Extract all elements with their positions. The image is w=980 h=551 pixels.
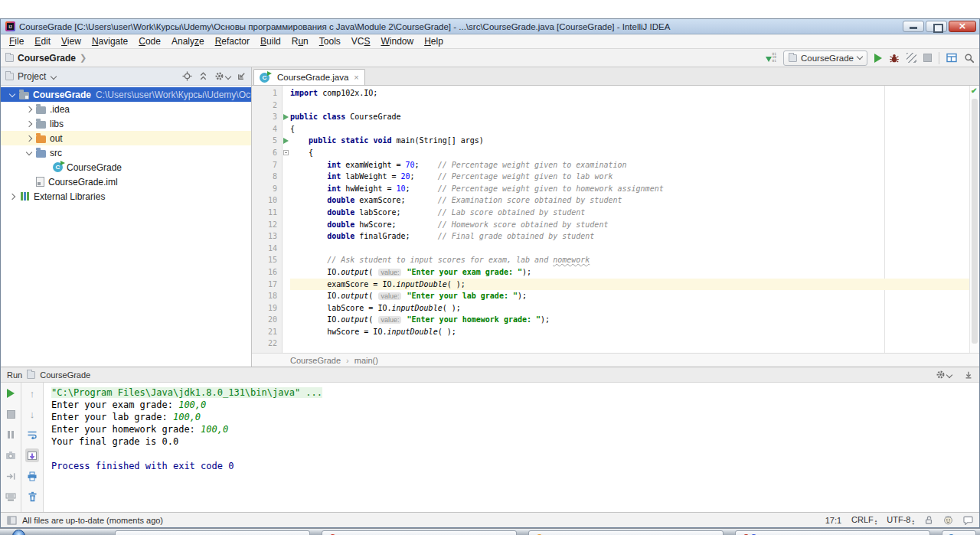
camera-icon[interactable] [4, 448, 18, 462]
project-structure-button[interactable] [946, 53, 957, 63]
tree-item-src[interactable]: src [1, 145, 251, 160]
code-text[interactable] [290, 243, 969, 255]
rerun-icon[interactable] [4, 386, 18, 400]
tree-item-coursegrade[interactable]: CCourseGrade [1, 160, 251, 174]
event-bubble-icon[interactable] [963, 516, 973, 525]
clear-console-icon[interactable] [25, 490, 39, 504]
code-text[interactable]: int labWeight = 20; // Percentage weight… [290, 171, 969, 183]
scrollbar-thumb[interactable] [972, 99, 978, 344]
code-text[interactable]: import comp102x.IO; [290, 87, 969, 99]
menu-analyze[interactable]: Analyze [166, 35, 210, 47]
hector-face-icon[interactable] [943, 515, 953, 525]
code-text[interactable]: double finalGrade; // Final grade obtain… [290, 230, 969, 243]
soft-wrap-icon[interactable] [25, 428, 39, 442]
up-arrow-icon[interactable]: ↑ [25, 386, 39, 400]
code-text[interactable] [290, 337, 969, 350]
code-text[interactable]: IO.output( value: "Enter your homework g… [290, 314, 969, 326]
taskbar-button[interactable] [115, 530, 310, 535]
code-text[interactable]: // Ask student to input scores for exam,… [290, 254, 969, 266]
maximize-button[interactable] [926, 21, 947, 32]
tree-item-coursegrade[interactable]: CourseGradeC:\Users\user\Work\Курсы\Udem… [1, 87, 251, 102]
code-text[interactable]: int hwWeight = 10; // Percentage weight … [290, 183, 969, 195]
stop-icon[interactable] [4, 407, 18, 421]
start-orb-icon[interactable] [12, 530, 25, 535]
locate-icon[interactable] [182, 71, 192, 81]
toolwindow-toggle-icon[interactable] [7, 516, 17, 525]
expander-closed-icon[interactable] [24, 119, 34, 129]
tree-item--idea[interactable]: .idea [1, 102, 251, 116]
minimize-button[interactable] [903, 21, 924, 32]
code-text[interactable]: hwScore = IO.inputDouble( ); [290, 326, 969, 338]
breadcrumb-method[interactable]: main() [354, 356, 378, 365]
expander-closed-icon[interactable] [24, 104, 34, 115]
code-text[interactable]: double hwScore; // Homework score obtain… [290, 219, 969, 231]
line-separator-select[interactable]: CRLF▴▾ [851, 515, 877, 525]
code-text[interactable]: public class CourseGrade [290, 111, 969, 123]
run-gutter-icon[interactable] [283, 114, 289, 120]
code-editor[interactable]: 1import comp102x.IO;23public class Cours… [252, 86, 979, 353]
navbar-breadcrumb[interactable]: CourseGrade [18, 53, 76, 64]
run-gear-icon[interactable] [936, 370, 952, 380]
collapse-all-icon[interactable] [198, 71, 208, 81]
code-text[interactable]: public static void main(String[] args) [290, 135, 969, 147]
taskbar-button[interactable] [322, 530, 517, 535]
run-tab-label[interactable]: CourseGrade [40, 370, 90, 380]
tree-item-coursegrade-iml[interactable]: CourseGrade.iml [1, 174, 251, 189]
menu-build[interactable]: Build [255, 35, 286, 47]
menu-vcs[interactable]: VCS [346, 35, 376, 47]
menu-navigate[interactable]: Navigate [87, 35, 133, 47]
down-arrow-icon[interactable]: ↓ [25, 407, 39, 421]
expander-open-icon[interactable] [24, 148, 34, 158]
breadcrumb-class[interactable]: CourseGrade [290, 356, 341, 365]
project-panel-title[interactable]: Project [18, 71, 46, 82]
menu-refactor[interactable]: Refactor [210, 35, 255, 47]
lock-open-icon[interactable] [924, 515, 933, 525]
hide-panel-icon[interactable] [237, 71, 247, 81]
run-gutter-icon[interactable] [283, 138, 289, 144]
caret-position[interactable]: 17:1 [825, 516, 841, 525]
exit-icon[interactable] [4, 469, 18, 483]
project-view-chevron-icon[interactable] [51, 73, 57, 79]
menu-window[interactable]: Window [375, 35, 419, 47]
menu-edit[interactable]: Edit [29, 35, 56, 47]
close-button[interactable] [949, 21, 976, 32]
menu-tools[interactable]: Tools [314, 35, 346, 47]
menu-code[interactable]: Code [133, 35, 166, 47]
code-text[interactable]: double examScore; // Examination score o… [290, 194, 969, 207]
code-text[interactable]: IO.output( value: "Enter your lab grade:… [290, 290, 969, 302]
tree-item-out[interactable]: out [1, 131, 251, 145]
tab-close-icon[interactable]: × [354, 73, 358, 82]
code-text[interactable]: { [290, 147, 969, 159]
debug-button[interactable] [889, 53, 900, 64]
expander-open-icon[interactable] [7, 90, 18, 100]
taskbar-button[interactable] [942, 530, 976, 535]
code-text[interactable]: examScore = IO.inputDouble( ); [290, 279, 969, 291]
encoding-select[interactable]: UTF-8▴▾ [887, 515, 914, 525]
tab-coursegrade-java[interactable]: C CourseGrade.java × [253, 69, 365, 85]
stop-button[interactable] [923, 54, 932, 62]
menu-run[interactable]: Run [286, 35, 314, 47]
gear-icon[interactable] [214, 71, 230, 81]
scroll-to-end-icon[interactable] [25, 448, 39, 462]
code-text[interactable] [290, 99, 969, 112]
code-text[interactable]: { [290, 123, 969, 135]
taskbar-button[interactable] [528, 530, 724, 535]
editor-scrollbar[interactable]: ✔ [969, 86, 979, 353]
run-panel-title[interactable]: Run [7, 370, 22, 380]
expander-closed-icon[interactable] [7, 191, 18, 202]
tree-item-libs[interactable]: libs [1, 116, 251, 131]
code-text[interactable]: labScore = IO.inputDouble( ); [290, 302, 969, 315]
inspection-status-icon[interactable]: ✔ [971, 86, 977, 95]
expander-closed-icon[interactable] [24, 133, 34, 144]
search-everywhere-button[interactable] [964, 53, 975, 64]
run-button[interactable] [874, 54, 882, 63]
console-settings-icon[interactable] [4, 490, 18, 504]
tree-item-external-libraries[interactable]: External Libraries [1, 189, 251, 204]
code-text[interactable]: double labScore; // Lab score obtained b… [290, 207, 969, 219]
sort-icon[interactable]: 011001 [766, 53, 776, 64]
menu-file[interactable]: File [4, 35, 29, 47]
taskbar-button[interactable] [735, 530, 930, 535]
run-console[interactable]: "C:\Program Files\Java\jdk1.8.0_131\bin\… [44, 383, 979, 512]
run-with-coverage-button[interactable] [906, 53, 916, 63]
print-icon[interactable] [25, 469, 39, 483]
